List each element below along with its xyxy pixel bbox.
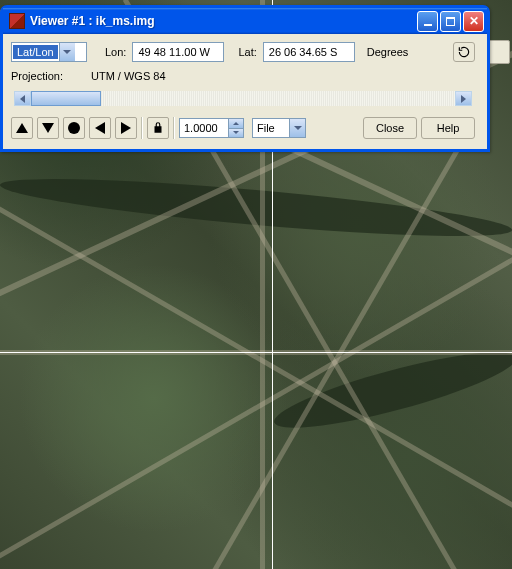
help-button[interactable]: Help [421, 117, 475, 139]
spin-down-button[interactable] [228, 128, 243, 138]
scroll-left-button[interactable] [14, 91, 31, 106]
pan-up-button[interactable] [11, 117, 33, 139]
lock-button[interactable] [147, 117, 169, 139]
horizontal-scrollbar[interactable] [13, 90, 473, 107]
close-window-button[interactable]: ✕ [463, 11, 484, 32]
refresh-icon [457, 45, 471, 59]
pan-right-button[interactable] [115, 117, 137, 139]
lon-label: Lon: [105, 46, 126, 58]
crosshair-horizontal [0, 352, 512, 353]
triangle-left-icon [95, 122, 105, 134]
scroll-thumb[interactable] [31, 91, 101, 106]
coord-type-combo[interactable]: Lat/Lon [11, 42, 87, 62]
pan-left-button[interactable] [89, 117, 111, 139]
file-combo[interactable]: File [252, 118, 306, 138]
lat-label: Lat: [238, 46, 256, 58]
separator [141, 117, 143, 139]
pan-down-button[interactable] [37, 117, 59, 139]
app-icon [9, 13, 25, 29]
triangle-up-icon [16, 123, 28, 133]
center-button[interactable] [63, 117, 85, 139]
spin-up-button[interactable] [228, 119, 243, 128]
projection-value: UTM / WGS 84 [91, 70, 166, 82]
window-title: Viewer #1 : ik_ms.img [30, 14, 417, 28]
triangle-down-icon [42, 123, 54, 133]
scroll-track[interactable] [31, 91, 455, 106]
refresh-button[interactable] [453, 42, 475, 62]
step-input[interactable] [180, 119, 228, 137]
close-button[interactable]: Close [363, 117, 417, 139]
chevron-down-icon[interactable] [289, 119, 305, 137]
minimize-button[interactable] [417, 11, 438, 32]
circle-icon [68, 122, 80, 134]
maximize-button[interactable] [440, 11, 461, 32]
chevron-down-icon[interactable] [59, 43, 75, 61]
step-spinner[interactable] [179, 118, 244, 138]
coord-type-selected: Lat/Lon [13, 45, 58, 59]
viewer-dialog: Viewer #1 : ik_ms.img ✕ Lat/Lon Lon: Lat… [0, 5, 490, 152]
titlebar[interactable]: Viewer #1 : ik_ms.img ✕ [3, 8, 487, 34]
projection-label: Projection: [11, 70, 63, 82]
separator [173, 117, 175, 139]
lat-input[interactable] [263, 42, 355, 62]
file-combo-label: File [253, 122, 289, 134]
scroll-right-button[interactable] [455, 91, 472, 106]
lon-input[interactable] [132, 42, 224, 62]
lock-icon [151, 121, 165, 135]
triangle-right-icon [121, 122, 131, 134]
units-label: Degrees [367, 46, 409, 58]
